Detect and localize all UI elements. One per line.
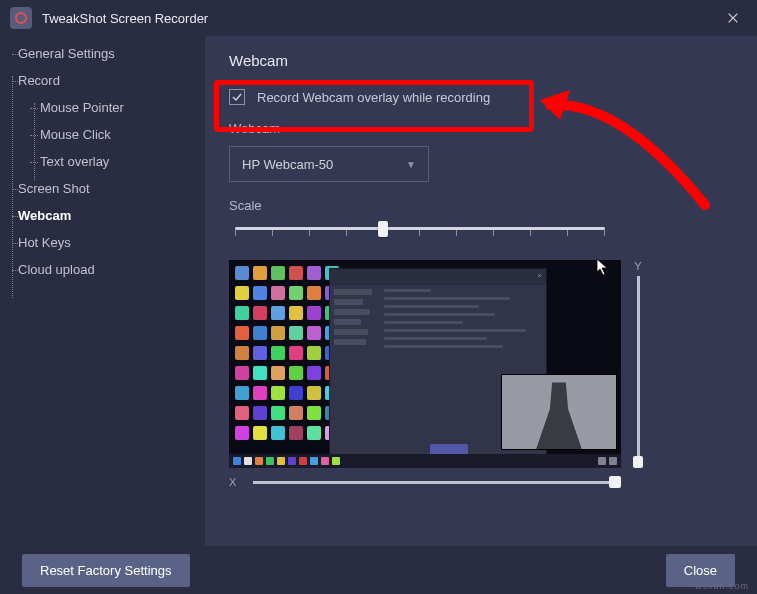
record-overlay-row: Record Webcam overlay while recording <box>229 89 733 105</box>
titlebar: TweakShot Screen Recorder <box>0 0 757 36</box>
reset-factory-button[interactable]: Reset Factory Settings <box>22 554 190 587</box>
y-position-slider[interactable]: Y <box>629 260 647 468</box>
record-overlay-checkbox[interactable] <box>229 89 245 105</box>
webcam-overlay-preview <box>501 374 617 450</box>
sidebar-item-general-settings[interactable]: General Settings <box>18 40 205 67</box>
sidebar-item-hot-keys[interactable]: Hot Keys <box>18 229 205 256</box>
sidebar-item-record[interactable]: Record <box>18 67 205 94</box>
y-slider-thumb[interactable] <box>633 456 643 468</box>
close-icon <box>726 11 740 25</box>
app-title: TweakShot Screen Recorder <box>42 11 208 26</box>
scale-slider-thumb[interactable] <box>378 221 388 237</box>
page-title: Webcam <box>229 52 733 69</box>
scale-label: Scale <box>229 198 733 213</box>
scale-slider[interactable] <box>235 227 605 230</box>
sidebar-item-mouse-click[interactable]: Mouse Click <box>40 121 205 148</box>
webcam-dropdown[interactable]: HP Webcam-50 ▼ <box>229 146 429 182</box>
sidebar-item-screen-shot[interactable]: Screen Shot <box>18 175 205 202</box>
sidebar: General Settings Record Mouse Pointer Mo… <box>0 36 205 546</box>
webcam-preview: × <box>229 260 621 468</box>
window-close-button[interactable] <box>719 4 747 32</box>
sidebar-item-text-overlay[interactable]: Text overlay <box>40 148 205 175</box>
preview-area: × <box>229 260 733 490</box>
check-icon <box>232 92 242 102</box>
webcam-select-label: Webcam <box>229 121 733 136</box>
x-position-slider[interactable]: X <box>229 476 621 488</box>
axis-x-label: X <box>229 476 241 488</box>
app-icon <box>10 7 32 29</box>
webcam-dropdown-value: HP Webcam-50 <box>242 157 333 172</box>
record-overlay-label: Record Webcam overlay while recording <box>257 90 490 105</box>
x-slider-thumb[interactable] <box>609 476 621 488</box>
sidebar-item-cloud-upload[interactable]: Cloud upload <box>18 256 205 283</box>
footer: Reset Factory Settings Close <box>0 546 757 594</box>
chevron-down-icon: ▼ <box>406 159 416 170</box>
sidebar-item-webcam[interactable]: Webcam <box>18 202 205 229</box>
axis-y-label: Y <box>634 260 641 272</box>
sidebar-item-mouse-pointer[interactable]: Mouse Pointer <box>40 94 205 121</box>
content-pane: Webcam Record Webcam overlay while recor… <box>205 36 757 546</box>
watermark: wsxdn.com <box>695 581 749 591</box>
